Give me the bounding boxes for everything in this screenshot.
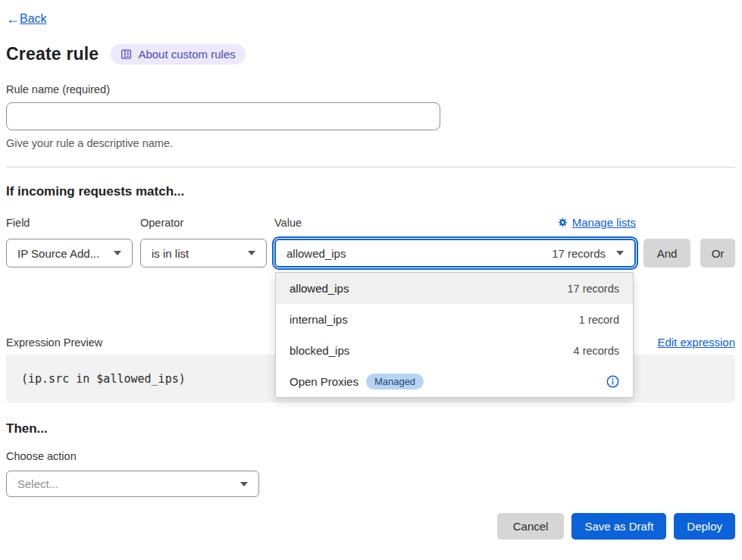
list-name: Open Proxies <box>290 375 358 388</box>
expression-code: (ip.src in $allowed_ips) <box>21 372 186 386</box>
value-select-meta: 17 records <box>552 247 606 260</box>
arrow-left-icon: ← <box>6 12 20 26</box>
manage-lists-label: Manage lists <box>572 216 636 229</box>
list-name: allowed_ips <box>290 282 349 295</box>
and-button[interactable]: And <box>643 239 690 267</box>
dropdown-item-blocked-ips[interactable]: blocked_ips 4 records <box>276 335 633 366</box>
edit-expression-link[interactable]: Edit expression <box>657 336 735 349</box>
about-custom-rules-link[interactable]: About custom rules <box>111 44 245 64</box>
deploy-button[interactable]: Deploy <box>674 513 735 540</box>
about-badge-label: About custom rules <box>138 48 235 61</box>
value-select[interactable]: allowed_ips 17 records <box>274 239 636 267</box>
create-rule-page: ← Back Create rule About custom rules Ru… <box>0 0 742 560</box>
field-column: Field IP Source Add... <box>6 217 133 267</box>
match-section-heading: If incoming requests match... <box>6 184 735 199</box>
title-row: Create rule About custom rules <box>6 44 735 64</box>
value-select-name: allowed_ips <box>286 247 346 260</box>
book-icon <box>121 48 132 60</box>
list-name: internal_ips <box>290 313 348 326</box>
operator-label: Operator <box>140 217 267 229</box>
or-button[interactable]: Or <box>700 239 735 267</box>
action-select-placeholder: Select... <box>17 477 58 490</box>
dropdown-item-open-proxies[interactable]: Open Proxies Managed <box>276 366 633 397</box>
list-record-count: 17 records <box>567 283 619 295</box>
expression-preview-label: Expression Preview <box>6 336 102 349</box>
choose-action-label: Choose action <box>6 450 735 462</box>
list-record-count: 4 records <box>574 345 619 357</box>
caret-down-icon <box>616 251 624 255</box>
field-label: Field <box>6 217 133 229</box>
field-select-value: IP Source Add... <box>17 247 99 260</box>
caret-down-icon <box>248 251 255 255</box>
cancel-button[interactable]: Cancel <box>497 513 565 540</box>
value-column: Value <box>274 216 636 267</box>
condition-row: Field IP Source Add... Operator is in li… <box>6 216 735 267</box>
then-section-heading: Then... <box>6 421 735 436</box>
back-row: ← Back <box>6 12 735 26</box>
gear-icon <box>558 217 568 227</box>
list-record-count: 1 record <box>579 314 619 326</box>
rule-name-helper: Give your rule a descriptive name. <box>6 137 735 149</box>
caret-down-icon <box>114 251 121 255</box>
dropdown-item-allowed-ips[interactable]: allowed_ips 17 records <box>276 273 633 304</box>
rule-name-input[interactable] <box>6 102 440 130</box>
list-name: blocked_ips <box>290 344 349 357</box>
value-select-right: 17 records <box>552 247 624 260</box>
list-name-group: Open Proxies Managed <box>290 374 424 389</box>
rule-name-label: Rule name (required) <box>6 83 735 95</box>
value-header: Value <box>274 216 636 229</box>
field-select[interactable]: IP Source Add... <box>6 239 133 267</box>
caret-down-icon <box>240 482 248 486</box>
managed-badge: Managed <box>366 374 424 389</box>
value-label: Value <box>274 217 302 229</box>
page-title: Create rule <box>6 44 99 64</box>
operator-select[interactable]: is in list <box>140 239 267 267</box>
manage-lists-link[interactable]: Manage lists <box>558 216 636 229</box>
operator-select-value: is in list <box>152 247 189 260</box>
back-link[interactable]: Back <box>20 12 47 26</box>
dropdown-item-internal-ips[interactable]: internal_ips 1 record <box>276 304 633 335</box>
operator-column: Operator is in list <box>140 217 267 267</box>
action-select[interactable]: Select... <box>6 471 259 497</box>
value-dropdown: allowed_ips 17 records internal_ips 1 re… <box>275 272 634 398</box>
section-divider <box>6 167 735 167</box>
save-as-draft-button[interactable]: Save as Draft <box>571 513 666 540</box>
footer-actions: Cancel Save as Draft Deploy <box>6 513 735 540</box>
info-icon[interactable] <box>606 375 619 388</box>
